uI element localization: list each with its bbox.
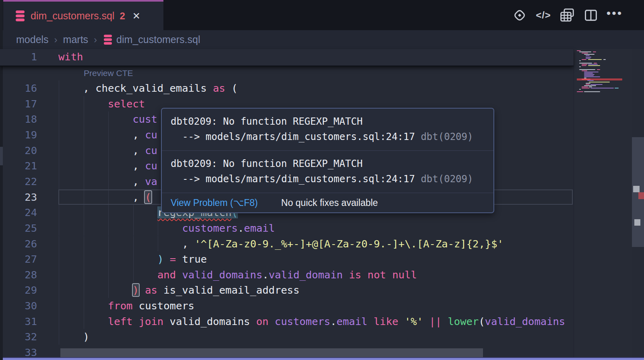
indent-guide — [133, 205, 134, 220]
code-line[interactable]: from customers — [108, 298, 194, 314]
minimap-line — [579, 89, 581, 90]
left-edge-scroll-thumb[interactable] — [0, 147, 3, 165]
line-number[interactable]: 22 — [8, 174, 37, 189]
indent-guide — [108, 282, 109, 298]
indent-guide — [108, 251, 109, 267]
minimap-line — [615, 88, 619, 88]
minimap-line — [577, 91, 583, 92]
breadcrumb-models[interactable]: models — [16, 34, 49, 45]
code-line[interactable]: customers.email — [182, 220, 275, 236]
breadcrumb-file[interactable]: dim_customers.sql — [116, 34, 200, 45]
code-token: select — [108, 98, 145, 110]
indent-guide — [84, 236, 84, 252]
code-token: is not null — [349, 269, 417, 281]
code-token — [367, 315, 374, 327]
indent-guide — [133, 267, 134, 283]
minimap-line — [577, 50, 581, 51]
minimap-line — [579, 60, 581, 61]
code-token: , — [133, 129, 145, 141]
tab-dim-customers[interactable]: dim_customers.sql 2 ✕ — [3, 0, 163, 30]
minimap-line — [579, 69, 595, 70]
code-line[interactable]: , ( — [133, 189, 151, 205]
code-line[interactable]: select — [108, 96, 145, 112]
close-icon[interactable]: ✕ — [132, 10, 140, 22]
line-number[interactable]: 16 — [8, 80, 37, 96]
dbt-icon[interactable] — [511, 7, 528, 24]
code-token: valid_domains — [485, 315, 566, 327]
problem-location: --> models/marts/dim_customers.sql:24:17… — [171, 129, 485, 144]
code-token: ) — [157, 253, 163, 265]
codelens-preview-cte[interactable]: Preview CTE — [84, 68, 133, 78]
code-line[interactable]: ) = true — [157, 251, 207, 267]
indent-guide — [84, 298, 84, 314]
code-line[interactable]: , cu — [133, 158, 157, 174]
line-number[interactable]: 32 — [8, 329, 37, 345]
code-token — [423, 315, 429, 327]
code-token: . — [238, 222, 244, 234]
code-line[interactable]: and valid_domains.valid_domain is not nu… — [157, 267, 417, 283]
indent-guide — [84, 220, 84, 236]
minimap-line — [582, 64, 587, 65]
split-editor-icon[interactable] — [582, 7, 599, 24]
line-number[interactable]: 29 — [8, 282, 37, 298]
indent-guide — [84, 267, 84, 283]
code-token: and — [157, 269, 176, 281]
problem-message: dbt0209: No function REGEXP_MATCH — [171, 114, 485, 129]
more-actions-icon[interactable]: ••• — [606, 5, 623, 26]
minimap-line — [594, 63, 597, 64]
indent-guide — [59, 205, 59, 220]
minimap-line — [587, 80, 594, 81]
minimap-line — [579, 51, 591, 52]
minimap-line — [582, 79, 590, 80]
minimap-line — [597, 69, 600, 70]
line-number[interactable]: 26 — [8, 236, 37, 252]
indent-guide — [84, 96, 84, 112]
line-number[interactable]: 19 — [8, 127, 37, 143]
line-number[interactable]: 17 — [8, 96, 37, 112]
code-token: email — [244, 222, 275, 234]
line-number[interactable]: 20 — [8, 143, 37, 158]
line-number[interactable]: 30 — [8, 298, 37, 314]
line-number[interactable]: 23 — [8, 189, 37, 205]
breadcrumb-marts[interactable]: marts — [63, 34, 89, 45]
code-token: true — [176, 253, 207, 265]
line-number[interactable]: 27 — [8, 251, 37, 267]
code-line[interactable]: ) — [83, 329, 89, 345]
code-token — [442, 315, 448, 327]
code-line[interactable]: , check_valid_emails as ( — [83, 80, 238, 96]
code-token: . — [262, 269, 268, 281]
vertical-scrollbar[interactable] — [632, 49, 644, 360]
minimap[interactable] — [574, 49, 632, 360]
horizontal-scrollbar-thumb[interactable] — [60, 348, 483, 357]
indent-guide — [84, 314, 84, 329]
sticky-line-text: with — [58, 49, 83, 65]
view-problem-link[interactable]: View Problem (⌥F8) — [171, 197, 258, 208]
code-token: valid_domains — [163, 315, 256, 327]
code-token: valid_domain — [268, 269, 343, 281]
line-number[interactable]: 24 — [8, 205, 37, 220]
query-results-icon[interactable] — [559, 7, 576, 24]
tab-problem-badge: 2 — [120, 10, 125, 22]
line-number[interactable]: 28 — [8, 267, 37, 283]
code-line[interactable]: cust — [133, 111, 157, 127]
code-icon[interactable]: </> — [535, 7, 552, 24]
code-line[interactable]: , cu — [133, 143, 157, 158]
code-token: , — [133, 191, 145, 203]
sticky-scroll-line[interactable]: 1 with — [0, 49, 574, 66]
code-token: lower — [448, 315, 479, 327]
code-line[interactable]: ) as is_valid_email_address — [133, 282, 300, 298]
problem-path: --> models/marts/dim_customers.sql:24:17 — [182, 173, 421, 185]
line-number[interactable]: 31 — [8, 314, 37, 329]
problem-location: --> models/marts/dim_customers.sql:24:17… — [171, 171, 485, 187]
code-line[interactable]: , '^[A-Za-z0-9._%+-]+@[A-Za-z0-9.-]+\.[A… — [182, 236, 504, 252]
line-number[interactable]: 18 — [8, 111, 37, 127]
indent-guide — [108, 174, 109, 189]
indent-guide — [108, 205, 109, 220]
line-number[interactable]: 21 — [8, 158, 37, 174]
code-token: , — [182, 238, 195, 250]
code-line[interactable]: , cu — [133, 127, 157, 143]
code-token: , check_valid_emails — [83, 82, 213, 94]
code-line[interactable]: left join valid_domains on customers.ema… — [108, 314, 565, 329]
line-number[interactable]: 25 — [8, 220, 37, 236]
code-line[interactable]: , va — [133, 174, 157, 189]
